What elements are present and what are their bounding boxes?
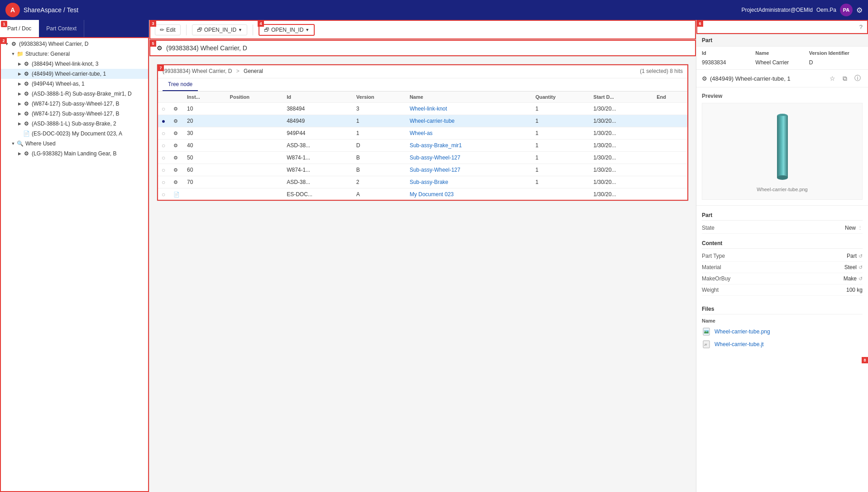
tree-arrow[interactable]: ▶ [16,101,23,106]
list-item[interactable]: ▶ ⚙ (ASD-3888-1-L) Sub-assy-Brake, 2 [0,119,149,129]
weight-label: Weight [702,287,719,293]
cell-name[interactable]: Sub-assy-Wheel-127 [406,152,532,164]
tree-structure[interactable]: ▼ 📁 Structure: General [0,49,149,59]
name-link[interactable]: Sub-assy-Wheel-127 [410,167,460,173]
cell-name[interactable]: Wheel-link-knot [406,103,532,115]
edit-button[interactable]: ✏ Edit [155,24,181,35]
tree-arrow[interactable]: ▶ [16,82,23,86]
name-link[interactable]: Wheel-link-knot [410,106,447,112]
gear-icon: ⚙ [23,60,30,68]
list-item[interactable]: ▶ ⚙ (949P44) Wheel-as, 1 [0,79,149,89]
dropdown-arrow-1[interactable]: ▼ [238,28,242,32]
file-name-png[interactable]: Wheel-carrier-tube.png [715,328,770,335]
file-row[interactable]: JT Wheel-carrier-tube.jt [702,338,863,351]
table-row[interactable]: ○📄ES-DOC...AMy Document 0231/30/20... [157,188,688,201]
list-item[interactable]: ▶ ⚙ (484949) Wheel-carrier-tube, 1 [0,69,149,79]
cell-name[interactable]: Sub-assy-Brake_mir1 [406,140,532,152]
file-row[interactable]: Wheel-carrier-tube.png [702,325,863,338]
file-name-jt[interactable]: Wheel-carrier-tube.jt [715,341,764,347]
table-row[interactable]: ○⚙103884943Wheel-link-knot11/30/20... [157,103,688,115]
cell-id: ES-DOC... [283,188,353,201]
tab-tree-node[interactable]: Tree node [163,78,198,91]
tree-arrow-structure[interactable]: ▼ [10,52,16,56]
cell-name[interactable]: My Document 023 [406,188,532,201]
tree-arrow-where-used[interactable]: ▼ [10,141,16,146]
list-item[interactable]: ▶ ⚙ (388494) Wheel-link-knot, 3 [0,59,149,69]
name-link[interactable]: My Document 023 [410,191,454,198]
tree-arrow[interactable]: ▶ [16,121,23,126]
info-button[interactable]: ⓘ [853,73,863,83]
material-label: Material [702,264,721,270]
th-start-d[interactable]: Start D... [590,92,653,103]
th-inst[interactable]: Inst... [183,92,226,103]
tree-arrow[interactable]: ▶ [16,151,23,156]
th-name[interactable]: Name [406,92,532,103]
list-item[interactable]: ▶ ⚙ (LG-938382) Main Landing Gear, B [0,149,149,159]
open-in-id-label-1: OPEN_IN_ID [204,27,236,33]
list-item[interactable]: ▶ ⚙ (W874-127) Sub-assy-Wheel-127, B [0,99,149,109]
table-row[interactable]: ●⚙204849491Wheel-carrier-tube11/30/20... [157,115,688,127]
list-item[interactable]: ▶ 📄 (ES-DOC-0023) My Document 023, A [0,129,149,139]
make-or-buy-label: MakeOrBuy [702,275,730,282]
help-icon[interactable]: ? [859,24,863,30]
topbar-settings-icon[interactable]: ⚙ [856,6,863,14]
th-version[interactable]: Version [353,92,406,103]
name-link[interactable]: Sub-assy-Brake [410,179,448,185]
preview-caption: Wheel-carrier-tube.png [757,187,808,192]
cell-name[interactable]: Sub-assy-Brake [406,176,532,188]
radio-unchecked[interactable]: ○ [162,154,165,161]
files-section-title: Files [702,303,863,314]
radio-checked[interactable]: ● [162,117,165,125]
open-in-id-button-1[interactable]: 🗗 OPEN_IN_ID ▼ [192,24,247,35]
th-end[interactable]: End [653,92,688,103]
list-item[interactable]: ▶ ⚙ (W874-127) Sub-assy-Wheel-127, B [0,109,149,119]
center-area: 3 ✏ Edit 🗗 OPEN_IN_ID ▼ 4 🗗 OPEN_IN_ID [149,20,696,492]
tree-where-used[interactable]: ▼ 🔍 Where Used [0,139,149,149]
tab-part-context[interactable]: Part Context [39,20,84,37]
breadcrumb-current: General [244,68,263,74]
name-link[interactable]: Sub-assy-Brake_mir1 [410,142,462,149]
th-id[interactable]: Id [283,92,353,103]
radio-unchecked[interactable]: ○ [162,130,165,137]
make-or-buy-history-icon[interactable]: ↺ [858,276,863,282]
tree-arrow[interactable]: ▶ [16,111,23,116]
name-link[interactable]: Sub-assy-Wheel-127 [410,154,460,161]
radio-unchecked[interactable]: ○ [162,105,165,112]
table-row[interactable]: ○⚙50W874-1...BSub-assy-Wheel-12711/30/20… [157,152,688,164]
table-row[interactable]: ○⚙40ASD-38...DSub-assy-Brake_mir111/30/2… [157,140,688,152]
gear-icon: ⚙ [173,179,178,185]
state-menu-icon[interactable]: ⋮ [858,225,863,231]
part-type-history-icon[interactable]: ↺ [858,253,863,259]
cell-start_d: 1/30/20... [590,115,653,127]
th-quantity[interactable]: Quantity [532,92,590,103]
tree-arrow[interactable]: ▶ [16,92,23,96]
open-in-id-button-2[interactable]: 🗗 OPEN_IN_ID ▼ [259,24,315,36]
radio-unchecked[interactable]: ○ [162,166,165,174]
tab-part-doc[interactable]: 1 Part / Doc [0,20,39,37]
radio-unchecked[interactable]: ○ [162,191,165,198]
dropdown-arrow-2[interactable]: ▼ [305,28,309,32]
badge-8: 8 [862,357,868,363]
avatar[interactable]: PA [840,4,853,16]
star-button[interactable]: ☆ [827,73,837,83]
table-row[interactable]: ○⚙70ASD-38...2Sub-assy-Brake11/30/20... [157,176,688,188]
name-link[interactable]: Wheel-carrier-tube [410,118,455,124]
tree-arrow[interactable]: ▶ [16,72,23,76]
table-row[interactable]: ○⚙30949P441Wheel-as11/30/20... [157,127,688,140]
cell-name[interactable]: Wheel-carrier-tube [406,115,532,127]
cell-name[interactable]: Sub-assy-Wheel-127 [406,164,532,176]
radio-unchecked[interactable]: ○ [162,142,165,149]
tree-arrow[interactable]: ▶ [16,62,23,66]
tab-bar: 1 Part / Doc Part Context [0,20,149,37]
th-position[interactable]: Position [226,92,283,103]
name-link[interactable]: Wheel-as [410,130,433,136]
cell-name[interactable]: Wheel-as [406,127,532,140]
material-history-icon[interactable]: ↺ [858,265,863,270]
tree-root[interactable]: ▼ ⚙ (99383834) Wheel Carrier, D [0,39,149,49]
list-item[interactable]: ▶ ⚙ (ASD-3888-1-R) Sub-assy-Brake_mir1, … [0,89,149,99]
detail-title-left: ⚙ (484949) Wheel-carrier-tube, 1 [702,75,791,82]
copy-button[interactable]: ⧉ [840,73,850,83]
table-row[interactable]: ○⚙60W874-1...BSub-assy-Wheel-12711/30/20… [157,164,688,176]
radio-unchecked[interactable]: ○ [162,178,165,186]
tree-arrow-root[interactable]: ▼ [4,42,10,46]
